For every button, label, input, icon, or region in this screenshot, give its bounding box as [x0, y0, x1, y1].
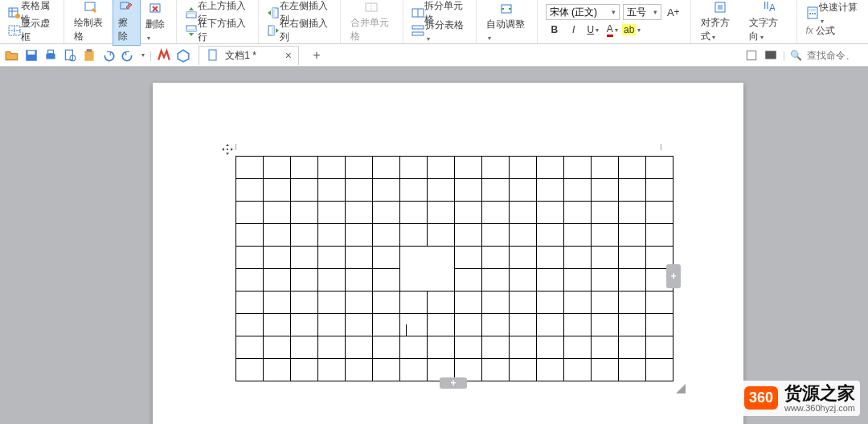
- font-name-select[interactable]: 宋体 (正文): [546, 4, 620, 20]
- table-move-handle[interactable]: [222, 144, 233, 155]
- table-cell[interactable]: [236, 179, 264, 202]
- table-cell[interactable]: [510, 202, 537, 224]
- highlight-button[interactable]: ab▾: [623, 22, 641, 38]
- font-color-button[interactable]: A▾: [604, 22, 621, 38]
- table-cell[interactable]: [318, 202, 346, 224]
- table-cell[interactable]: [236, 247, 264, 269]
- table-cell[interactable]: [646, 179, 674, 202]
- table-cell[interactable]: [482, 314, 510, 336]
- table-cell[interactable]: [291, 247, 318, 269]
- table-cell[interactable]: [537, 202, 564, 224]
- table-cell[interactable]: [564, 224, 592, 247]
- table-cell[interactable]: [400, 359, 428, 381]
- table-cell[interactable]: [373, 202, 400, 224]
- table-cell[interactable]: [400, 224, 428, 247]
- table-cell[interactable]: [592, 247, 619, 269]
- table-cell[interactable]: [236, 336, 264, 359]
- table-cell[interactable]: [236, 359, 264, 381]
- table-cell[interactable]: [291, 336, 318, 359]
- table-cell[interactable]: [482, 179, 510, 202]
- table-cell[interactable]: [619, 157, 646, 179]
- table-cell[interactable]: [455, 247, 482, 269]
- table-cell[interactable]: [482, 157, 510, 179]
- table-cell[interactable]: [400, 157, 428, 179]
- split-table-button[interactable]: 拆分表格 ▾: [408, 22, 471, 39]
- table-cell[interactable]: [510, 247, 537, 269]
- table-cell[interactable]: [455, 202, 482, 224]
- table-cell[interactable]: [346, 336, 373, 359]
- table-cell[interactable]: [291, 314, 318, 336]
- table-cell[interactable]: [482, 292, 510, 314]
- merge-cells-button[interactable]: 合并单元格: [346, 0, 398, 45]
- qat-dropdown[interactable]: ▾: [141, 51, 145, 59]
- table-cell[interactable]: [646, 157, 674, 179]
- table-cell[interactable]: [619, 336, 646, 359]
- table-cell[interactable]: [564, 336, 592, 359]
- table-cell[interactable]: [318, 157, 346, 179]
- document-canvas[interactable]: + +: [0, 67, 868, 424]
- wps-home-button[interactable]: [157, 48, 171, 63]
- table-cell[interactable]: [291, 224, 318, 247]
- table-cell[interactable]: [400, 336, 428, 359]
- table-cell[interactable]: [564, 269, 592, 292]
- table-cell[interactable]: [373, 359, 400, 381]
- table-cell[interactable]: [318, 314, 346, 336]
- table-cell[interactable]: [346, 314, 373, 336]
- table-cell[interactable]: [264, 314, 291, 336]
- table-cell[interactable]: [646, 224, 674, 247]
- autofit-button[interactable]: 自动调整 ▾: [481, 0, 532, 44]
- table-cell[interactable]: [619, 292, 646, 314]
- quick-calc-button[interactable]: 快速计算 ▾: [802, 4, 863, 22]
- table-cell[interactable]: [264, 224, 291, 247]
- open-button[interactable]: [5, 48, 19, 63]
- formula-button[interactable]: fx公式: [802, 22, 837, 39]
- table-cell[interactable]: [455, 292, 482, 314]
- table-cell[interactable]: [236, 157, 264, 179]
- table-cell[interactable]: [482, 336, 510, 359]
- table-cell[interactable]: [564, 157, 592, 179]
- table-cell[interactable]: [564, 179, 592, 202]
- table-cell[interactable]: [537, 314, 564, 336]
- table-cell[interactable]: [564, 292, 592, 314]
- table-cell[interactable]: [400, 202, 428, 224]
- redo-button[interactable]: [121, 48, 135, 63]
- table-cell[interactable]: [510, 336, 537, 359]
- table-cell[interactable]: [455, 336, 482, 359]
- table-cell[interactable]: [373, 269, 400, 292]
- table-cell[interactable]: [346, 179, 373, 202]
- table-cell[interactable]: [646, 359, 674, 381]
- table-cell[interactable]: [291, 292, 318, 314]
- table-cell[interactable]: [619, 314, 646, 336]
- table-cell[interactable]: [510, 269, 537, 292]
- table-cell[interactable]: [537, 269, 564, 292]
- table-cell[interactable]: [428, 336, 455, 359]
- delete-button[interactable]: 删除▾: [141, 0, 171, 44]
- undo-button[interactable]: [101, 48, 116, 63]
- table-cell[interactable]: [264, 359, 291, 381]
- table-cell[interactable]: [291, 157, 318, 179]
- table-cell[interactable]: [346, 292, 373, 314]
- table-cell[interactable]: [373, 224, 400, 247]
- table-cell[interactable]: [318, 269, 346, 292]
- table-cell[interactable]: [264, 202, 291, 224]
- table-cell[interactable]: [619, 179, 646, 202]
- table-cell[interactable]: [428, 179, 455, 202]
- table-cell[interactable]: [264, 157, 291, 179]
- table-cell[interactable]: [482, 247, 510, 269]
- print-preview-button[interactable]: [63, 48, 77, 63]
- table[interactable]: + +: [235, 156, 674, 381]
- table-cell[interactable]: [291, 202, 318, 224]
- table-cell[interactable]: [428, 202, 455, 224]
- table-cell[interactable]: [291, 179, 318, 202]
- table-cell[interactable]: [346, 269, 373, 292]
- table-cell[interactable]: [482, 359, 510, 381]
- table-cell[interactable]: [373, 336, 400, 359]
- table-cell[interactable]: [455, 269, 482, 292]
- table-cell[interactable]: [510, 224, 537, 247]
- table-cell[interactable]: [619, 202, 646, 224]
- table-cell[interactable]: [537, 179, 564, 202]
- table-cell[interactable]: [400, 179, 428, 202]
- table-cell[interactable]: [482, 202, 510, 224]
- table-cell[interactable]: [318, 247, 346, 269]
- show-gridlines-button[interactable]: 显示虚框: [5, 22, 59, 39]
